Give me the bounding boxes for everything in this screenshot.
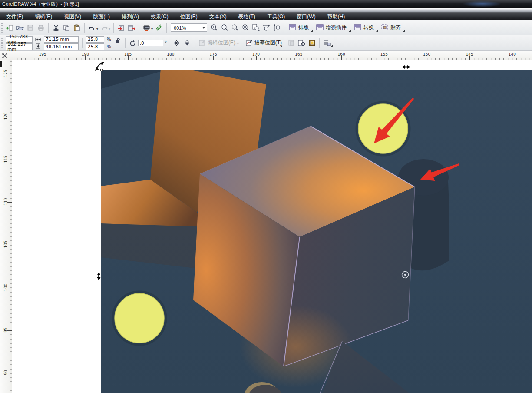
menu-edit[interactable]: 编辑(E) — [35, 13, 52, 20]
ruler-origin-box[interactable] — [0, 51, 12, 60]
menu-file[interactable]: 文件(F) — [6, 13, 23, 20]
menu-help[interactable]: 帮助(H) — [327, 13, 345, 20]
menubar-shine-strip — [0, 8, 532, 13]
vertical-resize-handle[interactable] — [97, 272, 101, 280]
import-button[interactable] — [116, 23, 126, 33]
paste-button[interactable] — [72, 23, 82, 33]
open-document-button[interactable] — [15, 23, 25, 33]
rotation-angle-field[interactable]: .0 — [138, 40, 163, 46]
toolbar-grip[interactable] — [1, 23, 3, 33]
mirror-horizontal-button[interactable] — [172, 38, 182, 48]
typesetting-label: 排版 — [298, 24, 309, 31]
window-title: CorelDRAW X4（专业版）- [图形1] — [2, 1, 79, 7]
cut-button[interactable] — [51, 23, 61, 33]
menu-arrange[interactable]: 排列(A) — [122, 13, 139, 20]
bitmap-boundary-button[interactable] — [296, 38, 307, 48]
menu-table[interactable]: 表格(T) — [238, 13, 255, 20]
zoom-to-selection-button[interactable] — [230, 23, 240, 33]
toolbox-edge-nub — [0, 61, 2, 67]
object-height-field[interactable]: 48.161 mm — [44, 43, 79, 50]
hruler-major-tick — [256, 56, 257, 60]
copy-button[interactable] — [61, 23, 72, 33]
edit-bitmap-button: 编辑位图(E)... — [208, 39, 240, 47]
mirror-vertical-button[interactable] — [182, 38, 192, 48]
menu-layout[interactable]: 版面(L) — [93, 13, 110, 20]
vruler-major-tick — [7, 245, 12, 245]
menu-text[interactable]: 文本(X) — [209, 13, 227, 20]
save-button — [25, 23, 36, 33]
object-y-position-field[interactable]: 102.257 mm — [6, 43, 33, 50]
trace-dropdown-flag[interactable] — [280, 45, 282, 47]
hruler-major-tick — [43, 56, 43, 60]
toolbar-overflow-flag — [349, 30, 351, 32]
menu-view[interactable]: 视图(V) — [64, 13, 81, 20]
lock-ratio-button[interactable] — [112, 36, 123, 46]
ruler-row: 195190185180175170165160155150145140 — [0, 51, 532, 60]
horizontal-ruler[interactable]: 195190185180175170165160155150145140 — [12, 51, 532, 60]
menu-window[interactable]: 窗口(W) — [297, 13, 315, 20]
trace-bitmap-button[interactable]: 描摹位图(T) — [254, 39, 282, 47]
vruler-major-tick — [7, 160, 12, 160]
plugins-icon — [316, 24, 324, 31]
vruler-label: 105 — [3, 240, 8, 249]
zoom-out-button[interactable] — [219, 23, 230, 33]
hruler-major-tick — [299, 56, 299, 60]
vruler-major-tick — [7, 202, 12, 203]
zoom-in-button[interactable] — [209, 23, 219, 33]
toolbar-overflow-flag — [403, 30, 405, 32]
toolbar-overflow-flag — [376, 30, 378, 32]
propbar-overflow-flag — [330, 45, 333, 47]
new-document-button[interactable] — [4, 23, 15, 33]
zoom-to-page-button[interactable] — [251, 23, 261, 33]
snap-toolbar-button[interactable]: 贴齐 — [381, 24, 401, 31]
undo-button[interactable] — [87, 23, 97, 33]
coreldraw-window: CorelDRAW X4（专业版）- [图形1] 文件(F) 编辑(E) 视图(… — [0, 0, 532, 393]
redo-dropdown-caret: ▾ — [109, 27, 110, 31]
menu-effects[interactable]: 效果(C) — [151, 13, 169, 20]
horizontal-resize-handle[interactable] — [402, 65, 410, 69]
zoom-combo-dropdown-icon[interactable] — [202, 27, 205, 29]
vertical-ruler[interactable]: 1251201151101051009590 — [0, 60, 12, 393]
ruler-origin-icon — [1, 52, 10, 60]
zoom-to-all-objects-button[interactable] — [240, 23, 251, 33]
launcher-dropdown-caret[interactable]: ▾ — [151, 27, 153, 31]
scale-y-field[interactable]: 25.8 — [86, 43, 104, 50]
scale-y-percent-label: % — [107, 43, 111, 50]
hruler-major-tick — [128, 56, 129, 60]
vruler-major-tick — [7, 373, 12, 373]
propbar-grip[interactable] — [1, 38, 3, 48]
resample-bitmap-button — [286, 38, 296, 48]
menu-tools[interactable]: 工具(O) — [267, 13, 285, 20]
document-artwork — [12, 60, 532, 393]
plugins-toolbar-button[interactable]: 增强插件 — [316, 24, 347, 31]
scale-x-field[interactable]: 25.8 — [86, 36, 104, 43]
drawing-canvas[interactable] — [12, 60, 532, 393]
property-bar: -152.783 mm 102.257 mm 71.15 mm 48.161 m… — [0, 35, 532, 51]
convert-toolbar-button[interactable]: 转换 — [354, 24, 374, 31]
zoom-level-combo[interactable]: 601% — [171, 23, 207, 32]
zoom-to-page-height-button[interactable] — [271, 23, 282, 33]
zoom-to-page-width-button[interactable] — [261, 23, 271, 33]
bitmap-image[interactable] — [101, 64, 532, 393]
corner-handle[interactable] — [101, 69, 103, 71]
object-height-icon — [35, 43, 41, 49]
undo-dropdown-caret[interactable]: ▾ — [96, 27, 98, 31]
convert-label: 转换 — [363, 24, 374, 31]
plugins-label: 增强插件 — [326, 24, 347, 31]
edit-bitmap-icon — [197, 38, 208, 48]
welcome-screen-button[interactable] — [154, 23, 164, 33]
vruler-major-tick — [7, 74, 12, 74]
toolbar-overflow-flag — [311, 30, 313, 32]
object-width-field[interactable]: 71.15 mm — [44, 36, 79, 43]
vruler-label: 100 — [3, 283, 8, 292]
application-launcher-button[interactable] — [142, 23, 152, 33]
hruler-major-tick — [427, 56, 427, 60]
menu-bitmaps[interactable]: 位图(B) — [180, 13, 198, 20]
typesetting-toolbar-button[interactable]: 排版 — [289, 24, 309, 31]
hruler-major-tick — [469, 56, 470, 60]
export-button[interactable] — [126, 23, 137, 33]
hruler-major-tick — [213, 56, 214, 60]
bitmap-color-mask-button[interactable] — [307, 38, 317, 48]
snap-icon — [381, 24, 389, 31]
trace-bitmap-icon — [244, 38, 254, 48]
